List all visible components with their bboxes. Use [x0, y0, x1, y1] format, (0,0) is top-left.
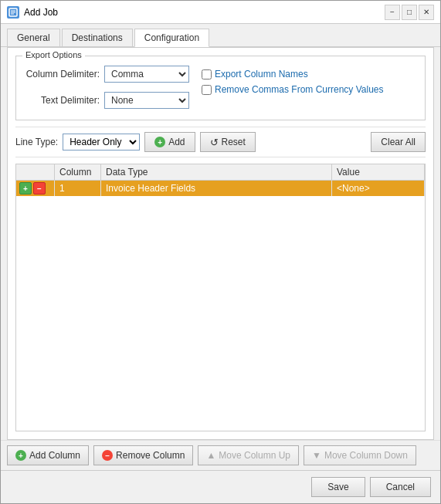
remove-column-icon: − [102, 450, 113, 461]
move-column-up-button[interactable]: ▲ Move Column Up [198, 445, 299, 465]
row-controls: + − [16, 181, 55, 196]
table-row[interactable]: + − 1 Invoice Header Fields <None> [16, 181, 425, 196]
table-cell-datatype: Invoice Header Fields [101, 181, 332, 196]
row-remove-button[interactable]: − [33, 182, 46, 194]
export-column-names-row: Export Column Names [202, 69, 384, 79]
main-window: Add Job − □ ✕ General Destinations Confi… [0, 0, 441, 504]
cancel-button[interactable]: Cancel [370, 477, 431, 497]
minimize-button[interactable]: − [385, 5, 400, 20]
arrow-down-icon: ▼ [312, 450, 321, 461]
tab-bar: General Destinations Configuration [1, 24, 440, 47]
title-bar: Add Job − □ ✕ [1, 1, 440, 24]
column-delimiter-label: Column Delimiter: [22, 69, 100, 79]
table-header-value: Value [332, 164, 425, 180]
title-controls: − □ ✕ [385, 5, 434, 20]
tab-destinations[interactable]: Destinations [62, 29, 133, 46]
remove-commas-label: Remove Commas From Currency Values [215, 84, 384, 95]
row-add-button[interactable]: + [19, 182, 32, 194]
table-header-column: Column [55, 164, 101, 180]
export-column-names-label: Export Column Names [215, 69, 308, 79]
close-button[interactable]: ✕ [419, 5, 434, 20]
table-header-datatype: Data Type [101, 164, 332, 180]
arrow-up-icon: ▲ [206, 450, 215, 461]
bottom-toolbar: + Add Column − Remove Column ▲ Move Colu… [1, 440, 440, 470]
data-table: Column Data Type Value + − 1 Invoice Hea… [15, 164, 426, 431]
text-delimiter-select[interactable]: None Double Quote Single Quote [104, 92, 189, 109]
maximize-button[interactable]: □ [402, 5, 417, 20]
content-area: Export Options Column Delimiter: Comma T… [7, 47, 434, 440]
footer: Save Cancel [1, 470, 440, 503]
reset-button[interactable]: ↺ Reset [200, 132, 256, 152]
line-type-bar: Line Type: Header Only Detail Footer + A… [15, 127, 426, 157]
window-title: Add Job [24, 7, 58, 18]
add-column-icon: + [15, 450, 26, 461]
table-header-controls [16, 164, 55, 180]
clear-all-button[interactable]: Clear All [371, 132, 426, 152]
line-type-label: Line Type: [15, 137, 58, 147]
add-icon: + [154, 137, 165, 147]
title-bar-left: Add Job [7, 6, 58, 19]
column-delimiter-row: Column Delimiter: Comma Tab Semicolon Pi… [22, 66, 189, 83]
text-delimiter-label: Text Delimiter: [22, 95, 100, 106]
text-delimiter-row: Text Delimiter: None Double Quote Single… [22, 92, 189, 109]
table-cell-value: <None> [332, 181, 425, 196]
tab-configuration[interactable]: Configuration [134, 29, 209, 47]
add-column-button[interactable]: + Add Column [7, 445, 89, 465]
app-icon [7, 6, 19, 19]
remove-commas-checkbox[interactable] [202, 85, 212, 95]
move-column-down-button[interactable]: ▼ Move Column Down [304, 445, 416, 465]
export-column-names-checkbox[interactable] [202, 69, 212, 79]
table-header: Column Data Type Value [16, 164, 425, 181]
export-options-title: Export Options [22, 50, 85, 59]
reset-icon: ↺ [210, 137, 219, 148]
save-button[interactable]: Save [311, 477, 365, 497]
line-type-select[interactable]: Header Only Detail Footer [63, 134, 140, 151]
table-cell-column: 1 [55, 181, 101, 196]
remove-commas-row: Remove Commas From Currency Values [202, 84, 384, 95]
add-button[interactable]: + Add [144, 132, 195, 152]
export-checkboxes: Export Column Names Remove Commas From C… [202, 69, 384, 113]
column-delimiter-select[interactable]: Comma Tab Semicolon Pipe [104, 66, 189, 83]
export-options-group: Export Options Column Delimiter: Comma T… [15, 56, 426, 120]
table-body: + − 1 Invoice Header Fields <None> [16, 181, 425, 431]
tab-general[interactable]: General [7, 29, 60, 46]
remove-column-button[interactable]: − Remove Column [93, 445, 193, 465]
